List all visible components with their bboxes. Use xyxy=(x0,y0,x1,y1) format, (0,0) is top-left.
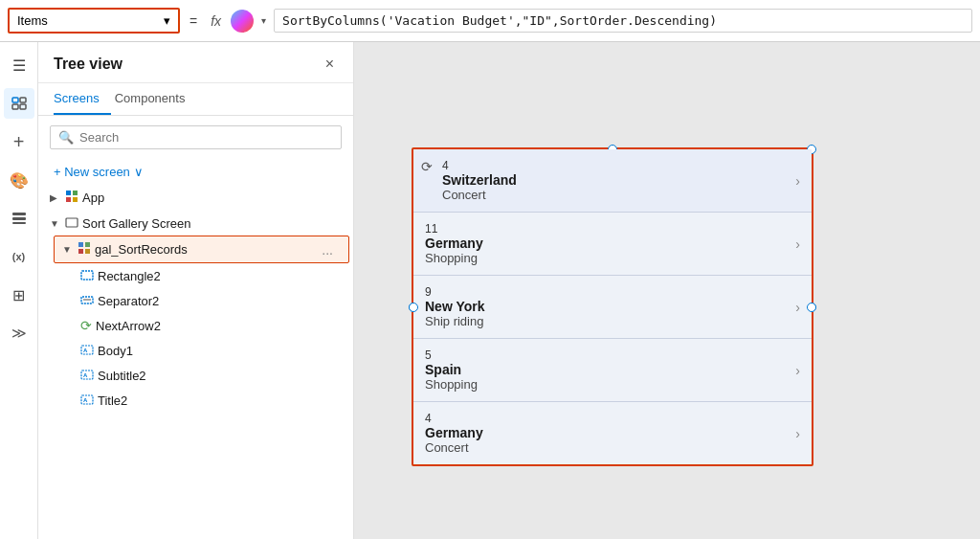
search-input[interactable] xyxy=(79,130,333,145)
formula-input[interactable] xyxy=(274,9,972,33)
gallery-item-subtitle: Ship riding xyxy=(425,314,795,328)
gallery-item-id: 4 xyxy=(425,412,795,425)
theme-icon[interactable]: 🎨 xyxy=(4,165,34,195)
tree-close-button[interactable]: × xyxy=(322,54,338,75)
tree-item-separator2[interactable]: ▶ Separator2 xyxy=(38,288,353,313)
arrow-icon: ⟳ xyxy=(80,318,92,333)
svg-rect-2 xyxy=(12,104,18,109)
gallery-item[interactable]: 5 Spain Shopping › xyxy=(413,339,812,402)
svg-rect-13 xyxy=(85,242,90,247)
nextarrow2-label: NextArrow2 xyxy=(96,319,342,333)
gallery-item-content: 5 Spain Shopping xyxy=(425,348,795,392)
expand-arrow-icon: ▼ xyxy=(50,218,61,229)
tree-item-sort-gallery-screen[interactable]: ▼ Sort Gallery Screen xyxy=(38,211,353,236)
add-element-icon[interactable]: + xyxy=(4,126,34,157)
magic-icon[interactable] xyxy=(231,10,254,33)
tree-view-title: Tree view xyxy=(54,56,122,73)
gallery-item-arrow-icon: › xyxy=(795,300,800,315)
svg-text:A: A xyxy=(83,397,88,403)
gallery-item-title: Switzerland xyxy=(442,172,795,188)
gallery-item-title: Germany xyxy=(425,236,795,251)
app-icon xyxy=(65,190,78,206)
variables-icon[interactable]: (x) xyxy=(4,241,34,272)
body1-label: Body1 xyxy=(98,344,342,358)
gallery-item[interactable]: 4 Germany Concert › xyxy=(413,402,812,464)
gallery-item-id: 4 xyxy=(442,159,795,172)
gallery-widget[interactable]: ⟳ 4 Switzerland Concert › 11 Germany Sho… xyxy=(412,147,813,466)
tree-view-icon[interactable] xyxy=(4,88,34,119)
gallery-item-title: Germany xyxy=(425,425,795,440)
gallery-item-subtitle: Shopping xyxy=(425,377,795,392)
new-screen-label: + New screen xyxy=(54,165,130,179)
svg-rect-14 xyxy=(78,249,83,254)
expand-placeholder: ▶ xyxy=(65,395,77,406)
expand-arrow-icon: ▶ xyxy=(50,192,61,203)
svg-rect-5 xyxy=(12,217,26,220)
svg-rect-3 xyxy=(20,104,26,109)
tree-items: ▶ App ▼ Sort Gallery Screen ▼ xyxy=(38,185,353,539)
rectangle-icon xyxy=(80,268,94,283)
tree-item-gal-sort-records[interactable]: ▼ gal_SortRecords ... xyxy=(54,236,349,263)
gallery-item[interactable]: 9 New York Ship riding › xyxy=(413,276,812,339)
svg-text:A: A xyxy=(83,348,88,353)
ai-icon[interactable]: ≫ xyxy=(4,318,34,348)
gallery-item[interactable]: ⟳ 4 Switzerland Concert › xyxy=(413,149,812,213)
new-screen-button[interactable]: + New screen ∨ xyxy=(38,159,353,185)
formula-bar: Items ▾ = fx ▾ xyxy=(0,0,980,42)
gallery-item-arrow-icon: › xyxy=(795,236,800,252)
gallery-item-content: 11 Germany Shopping xyxy=(425,222,795,265)
resize-handle-row-left[interactable] xyxy=(409,303,418,312)
search-icon: 🔍 xyxy=(58,130,74,145)
equals-sign: = xyxy=(186,13,201,29)
resize-handle-row-right[interactable] xyxy=(807,303,816,312)
canvas-area[interactable]: ⟳ 4 Switzerland Concert › 11 Germany Sho… xyxy=(354,42,980,539)
search-box: 🔍 xyxy=(50,125,342,149)
svg-rect-15 xyxy=(85,249,90,254)
expand-placeholder: ▶ xyxy=(65,321,77,331)
svg-rect-8 xyxy=(73,191,78,195)
data-icon[interactable] xyxy=(4,203,34,234)
property-dropdown[interactable]: Items ▾ xyxy=(8,8,180,34)
hamburger-menu-icon[interactable]: ☰ xyxy=(4,50,34,80)
expand-arrow-icon: ▼ xyxy=(62,244,74,255)
tree-item-rectangle2[interactable]: ▶ Rectangle2 xyxy=(38,263,353,288)
text-icon2: A xyxy=(80,368,94,383)
subtitle2-label: Subtitle2 xyxy=(98,369,342,383)
separator-icon xyxy=(80,293,94,308)
gallery-item-content: 4 Germany Concert xyxy=(425,412,795,455)
tab-screens[interactable]: Screens xyxy=(54,83,111,115)
gallery-item-title: New York xyxy=(425,299,795,314)
components-icon[interactable]: ⊞ xyxy=(4,280,34,310)
svg-rect-12 xyxy=(78,242,83,247)
gallery-item-content: 4 Switzerland Concert xyxy=(442,159,795,202)
svg-rect-0 xyxy=(12,98,18,102)
tree-item-subtitle2[interactable]: ▶ A Subtitle2 xyxy=(38,363,353,388)
gallery-item-id: 9 xyxy=(425,285,795,299)
tree-item-app[interactable]: ▶ App xyxy=(38,185,353,211)
gal-sort-records-label: gal_SortRecords xyxy=(95,242,314,257)
tree-item-body1[interactable]: ▶ A Body1 xyxy=(38,338,353,363)
more-options-button[interactable]: ... xyxy=(318,242,337,258)
svg-rect-11 xyxy=(66,218,78,227)
svg-rect-1 xyxy=(20,98,26,102)
tree-header: Tree view × xyxy=(38,42,353,83)
tree-item-nextarrow2[interactable]: ▶ ⟳ NextArrow2 xyxy=(38,313,353,338)
gallery-item-subtitle: Concert xyxy=(442,188,795,202)
screen-icon xyxy=(65,215,78,231)
svg-rect-4 xyxy=(12,213,26,215)
text-icon3: A xyxy=(80,393,94,408)
app-label: App xyxy=(82,191,342,205)
separator2-label: Separator2 xyxy=(98,294,342,308)
tab-components[interactable]: Components xyxy=(115,83,197,115)
svg-rect-16 xyxy=(81,271,93,280)
tree-item-title2[interactable]: ▶ A Title2 xyxy=(38,388,353,413)
sort-gallery-screen-label: Sort Gallery Screen xyxy=(82,216,342,231)
svg-rect-7 xyxy=(66,191,71,195)
formula-dropdown-arrow[interactable]: ▾ xyxy=(259,15,268,26)
svg-rect-9 xyxy=(66,197,71,202)
property-label: Items xyxy=(17,13,164,28)
gallery-item[interactable]: 11 Germany Shopping › xyxy=(413,213,812,276)
gallery-item-title: Spain xyxy=(425,362,795,377)
main-area: ☰ + 🎨 (x) ⊞ ≫ Tree view × Screens Compon… xyxy=(0,42,980,539)
fx-button[interactable]: fx xyxy=(207,13,225,29)
